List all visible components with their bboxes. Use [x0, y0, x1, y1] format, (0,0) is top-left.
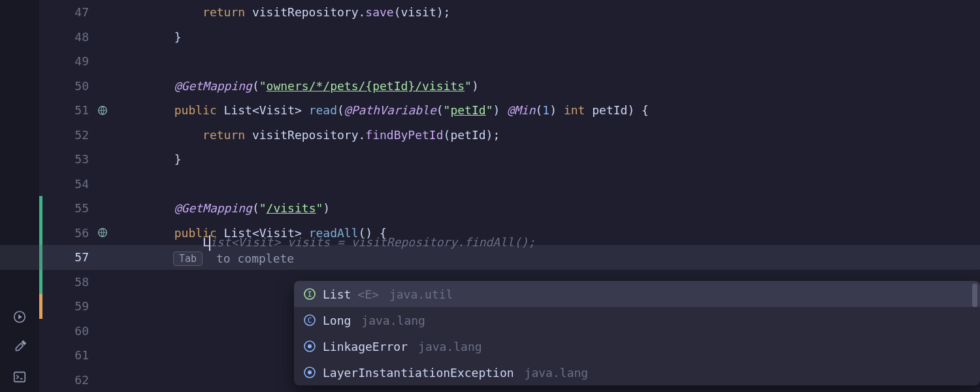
line-number: 50: [69, 79, 89, 93]
class-icon: [303, 366, 316, 379]
autocomplete-popup[interactable]: I List<E> java.util C Long java.lang Lin…: [294, 281, 980, 385]
autocomplete-item[interactable]: I List<E> java.util: [294, 281, 980, 307]
vcs-change-marker[interactable]: [39, 196, 42, 221]
vcs-change-marker[interactable]: [39, 294, 42, 319]
tab-key-badge: Tab: [173, 252, 203, 266]
code-editor[interactable]: return visitRepository.save(visit); } @G…: [118, 0, 980, 392]
autocomplete-item[interactable]: LayerInstantiationException java.lang: [294, 359, 980, 385]
line-number: 57: [69, 250, 89, 264]
interface-icon: I: [303, 287, 316, 301]
run-icon[interactable]: [11, 308, 28, 325]
vcs-change-marker[interactable]: [39, 221, 42, 246]
line-number: 53: [69, 152, 89, 166]
line-number: 56: [69, 226, 89, 240]
globe-icon[interactable]: [95, 105, 110, 116]
autocomplete-item[interactable]: LinkageError java.lang: [294, 333, 980, 359]
globe-icon[interactable]: [95, 227, 110, 238]
vcs-change-marker[interactable]: [39, 270, 42, 295]
line-number: 59: [69, 299, 89, 313]
line-number: 47: [69, 5, 89, 19]
terminal-icon[interactable]: [11, 368, 28, 385]
line-number: 62: [69, 373, 89, 387]
class-icon: [303, 340, 316, 353]
line-number: 49: [69, 54, 89, 68]
class-icon: C: [303, 314, 316, 327]
svg-point-9: [308, 344, 312, 348]
line-number: 48: [69, 30, 89, 44]
left-toolbar: [0, 0, 39, 392]
build-icon[interactable]: [11, 338, 28, 355]
current-line-highlight: [0, 245, 118, 270]
svg-text:C: C: [308, 316, 312, 325]
gutter: 47 48 49 50 51 52 53 54 55 56 57 58 59 6…: [39, 0, 118, 392]
line-number: 58: [69, 275, 89, 289]
svg-text:I: I: [308, 290, 312, 299]
line-number: 54: [69, 177, 89, 191]
line-number: 61: [69, 348, 89, 362]
svg-point-11: [308, 370, 312, 374]
line-number: 52: [69, 128, 89, 142]
autocomplete-item[interactable]: C Long java.lang: [294, 307, 980, 333]
line-number: 51: [69, 103, 89, 117]
line-number: 55: [69, 201, 89, 215]
svg-rect-1: [14, 372, 25, 382]
completion-hint: Tab to complete: [173, 252, 294, 266]
line-number: 60: [69, 324, 89, 338]
popup-scrollbar[interactable]: [972, 284, 977, 307]
inline-suggestion: ist<Visit> visits = visitRepository.find…: [210, 235, 536, 249]
